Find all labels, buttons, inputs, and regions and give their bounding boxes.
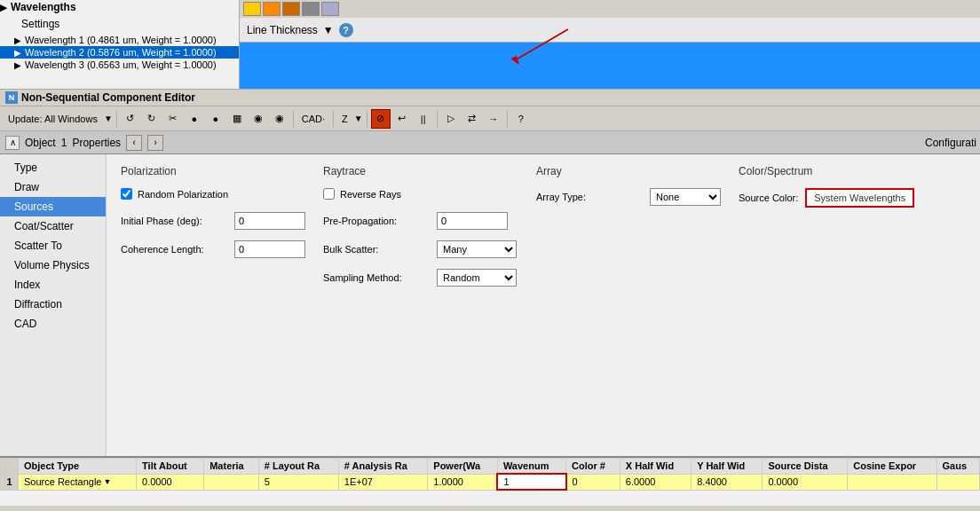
cell-object-type[interactable]: Source Rectangle ▼	[19, 474, 137, 490]
toolbar-btn-circle2[interactable]: ◉	[270, 109, 289, 129]
col-analysis-rays[interactable]: # Analysis Ra	[338, 459, 428, 475]
col-y-half-wid[interactable]: Y Half Wid	[692, 459, 763, 475]
wavelengths-header: ▶Wavelengths	[0, 0, 239, 14]
toolbar-btn-scissors[interactable]: ✂	[163, 109, 183, 129]
col-power[interactable]: Power(Wa	[428, 459, 498, 475]
nav-item-type[interactable]: Type	[0, 158, 106, 177]
line-thickness-bar: Line Thickness ▼ ?	[240, 18, 980, 43]
toolbar-sep-6	[507, 111, 508, 127]
nsc-editor-title: Non-Sequential Component Editor	[21, 91, 195, 104]
toolbar-btn-refresh[interactable]: ↺	[121, 109, 140, 129]
pre-propagation-input[interactable]	[437, 212, 508, 230]
obj-props-bar: ∧ Object 1 Properties ‹ › Configurati	[0, 131, 980, 154]
update-arrow[interactable]: ▼	[104, 114, 113, 123]
wavelength-1[interactable]: ▶Wavelength 1 (0.4861 um, Weight = 1.000…	[0, 34, 239, 46]
settings-item[interactable]: Settings	[0, 14, 239, 34]
bottom-table-container: Object Type Tilt About Materia # Layout …	[0, 456, 980, 506]
cell-layout-rays[interactable]: 5	[258, 474, 338, 490]
cell-source-dist[interactable]: 0.0000	[763, 474, 848, 490]
random-polarization-checkbox[interactable]	[121, 188, 132, 200]
col-tilt-about[interactable]: Tilt About	[137, 459, 204, 475]
wavelength-2[interactable]: ▶Wavelength 2 (0.5876 um, Weight = 1.000…	[0, 46, 239, 59]
col-material[interactable]: Materia	[204, 459, 259, 475]
nsc-editor-icon: N	[5, 91, 18, 104]
system-wavelengths-button[interactable]: System Wavelengths	[805, 188, 914, 208]
toolbar-btn-dot1[interactable]: ●	[185, 109, 204, 129]
raytrace-section: Raytrace Reverse Rays Pre-Propagation: B…	[323, 165, 518, 445]
array-type-dropdown[interactable]: None Rectangular Circular Hexagonal	[650, 188, 721, 206]
nav-item-diffraction[interactable]: Diffraction	[0, 295, 106, 314]
bulk-scatter-dropdown[interactable]: Many None One	[437, 240, 517, 258]
help-icon[interactable]: ?	[339, 23, 353, 37]
col-gauss[interactable]: Gaus	[937, 459, 980, 475]
color-btn-yellow[interactable]	[243, 2, 261, 16]
toolbar-sep-1	[116, 111, 117, 127]
cad-btn[interactable]: CAD·	[297, 112, 329, 126]
cell-power[interactable]: 1.0000	[428, 474, 498, 490]
nav-item-index[interactable]: Index	[0, 275, 106, 295]
toolbar-btn-arrows[interactable]: ⇄	[462, 109, 482, 129]
object-type-dropdown-arrow[interactable]: ▼	[103, 477, 111, 486]
color-btn-orange[interactable]	[263, 2, 281, 16]
cell-x-half-wid[interactable]: 6.0000	[620, 474, 691, 490]
cell-y-half-wid[interactable]: 8.4000	[692, 474, 763, 490]
cell-cosine-exp[interactable]	[848, 474, 937, 490]
bulk-scatter-label: Bulk Scatter:	[323, 244, 430, 255]
col-wavenum[interactable]: Wavenum	[497, 459, 565, 475]
nav-item-scatter-to[interactable]: Scatter To	[0, 236, 106, 256]
wavelength-3[interactable]: ▶Wavelength 3 (0.6563 um, Weight = 1.000…	[0, 59, 239, 71]
col-x-half-wid[interactable]: X Half Wid	[620, 459, 691, 475]
toolbar-btn-grid[interactable]: ▦	[227, 109, 247, 129]
obj-props-toggle[interactable]: ∧	[5, 136, 20, 150]
z-arrow[interactable]: ▼	[354, 114, 363, 123]
content-area: Polarization Random Polarization Initial…	[107, 154, 980, 456]
toolbar-btn-dot2[interactable]: ●	[206, 109, 225, 129]
toolbar-btn-circle1[interactable]: ◉	[249, 109, 268, 129]
source-color-label: Source Color:	[739, 193, 798, 203]
color-spectrum-title: Color/Spectrum	[739, 165, 916, 177]
source-color-row: Source Color: System Wavelengths	[739, 188, 916, 208]
col-layout-rays[interactable]: # Layout Ra	[258, 459, 338, 475]
nav-item-coat-scatter[interactable]: Coat/Scatter	[0, 216, 106, 236]
col-source-dist[interactable]: Source Dista	[763, 459, 848, 475]
next-object-btn[interactable]: ›	[147, 135, 163, 151]
toolbar-btn-help[interactable]: ?	[511, 109, 531, 129]
cell-analysis-rays[interactable]: 1E+07	[338, 474, 428, 490]
prev-object-btn[interactable]: ‹	[126, 135, 142, 151]
color-btn-lavender[interactable]	[321, 2, 339, 16]
cell-gauss[interactable]	[937, 474, 980, 490]
color-btn-gray[interactable]	[302, 2, 320, 16]
blue-display-area	[240, 43, 980, 89]
col-color[interactable]: Color #	[566, 459, 620, 475]
reverse-rays-label: Reverse Rays	[340, 189, 401, 200]
cell-color[interactable]: 0	[566, 474, 620, 490]
line-thickness-label: Line Thickness	[247, 24, 318, 36]
raytrace-title: Raytrace	[323, 165, 518, 177]
initial-phase-row: Initial Phase (deg):	[121, 212, 305, 230]
nav-item-sources[interactable]: Sources	[0, 197, 106, 216]
toolbar-btn-c2[interactable]: ||	[414, 109, 433, 129]
toolbar-btn-arrow-right2[interactable]: →	[484, 109, 503, 129]
cell-tilt-about[interactable]: 0.0000	[137, 474, 204, 490]
cell-material[interactable]	[204, 474, 259, 490]
random-polarization-row: Random Polarization	[121, 188, 305, 200]
z-btn[interactable]: Z	[337, 112, 352, 126]
col-cosine-exp[interactable]: Cosine Expor	[848, 459, 937, 475]
initial-phase-input[interactable]	[234, 212, 305, 230]
reverse-rays-checkbox[interactable]	[323, 188, 335, 200]
stop-btn[interactable]: ⊘	[371, 109, 391, 129]
coherence-length-input[interactable]	[234, 240, 305, 258]
cell-wavenum[interactable]: 1	[497, 474, 565, 490]
col-object-type[interactable]: Object Type	[19, 459, 137, 475]
nav-item-cad[interactable]: CAD	[0, 314, 106, 334]
update-all-windows-btn[interactable]: Update: All Windows	[4, 112, 102, 126]
line-thickness-arrow[interactable]: ▼	[323, 24, 334, 36]
toolbar-btn-c[interactable]: ↩	[392, 109, 412, 129]
nav-item-volume-physics[interactable]: Volume Physics	[0, 256, 106, 275]
color-btn-brown[interactable]	[282, 2, 300, 16]
polarization-section: Polarization Random Polarization Initial…	[121, 165, 305, 445]
nav-item-draw[interactable]: Draw	[0, 177, 106, 197]
toolbar-btn-refresh2[interactable]: ↻	[142, 109, 162, 129]
sampling-method-dropdown[interactable]: Random Sequential Stratified	[437, 269, 517, 287]
toolbar-btn-arrow-right[interactable]: ▷	[441, 109, 461, 129]
